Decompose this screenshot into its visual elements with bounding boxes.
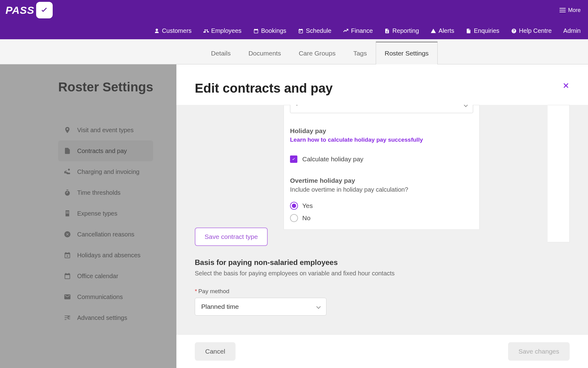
basis-section: Basis for paying non-salaried employees … (195, 258, 395, 316)
holiday-pay-link[interactable]: Learn how to calculate holiday pay succe… (290, 136, 473, 143)
calculate-holiday-pay-checkbox[interactable] (290, 155, 297, 163)
modal-title: Edit contracts and pay (195, 81, 333, 96)
modal-footer: Cancel Save changes (176, 334, 588, 368)
holiday-pay-heading: Holiday pay (290, 127, 473, 135)
nav-reporting[interactable]: Reporting (384, 27, 419, 34)
tab-care-groups[interactable]: Care Groups (290, 42, 344, 64)
edit-contracts-modal: Edit contracts and pay - Holiday pay Lea… (176, 64, 588, 368)
question-circle-icon (511, 28, 517, 34)
nav-label: Customers (162, 27, 192, 34)
app-logo: PASS (6, 2, 53, 18)
tab-documents[interactable]: Documents (239, 42, 290, 64)
calculate-holiday-pay-row[interactable]: Calculate holiday pay (290, 155, 473, 163)
nav-finance[interactable]: Finance (343, 27, 373, 34)
logo-text: PASS (6, 4, 34, 16)
check-icon (291, 157, 296, 162)
primary-nav: Customers Employees Bookings Schedule Fi… (0, 27, 588, 39)
required-asterisk: * (195, 288, 197, 294)
nav-admin[interactable]: Admin (563, 27, 581, 34)
radio-label: No (302, 214, 311, 222)
user-icon (154, 28, 160, 34)
tab-label: Care Groups (299, 50, 335, 57)
close-button[interactable] (562, 81, 570, 91)
file-icon (466, 28, 471, 34)
nav-alerts[interactable]: Alerts (431, 27, 454, 34)
overtime-desc: Include overtime in holiday pay calculat… (290, 186, 473, 193)
nav-schedule[interactable]: Schedule (298, 27, 331, 34)
chart-line-icon (343, 28, 349, 34)
chevron-down-icon (316, 305, 321, 309)
tab-label: Documents (248, 50, 281, 57)
basis-title: Basis for paying non-salaried employees (195, 258, 395, 267)
save-changes-button: Save changes (508, 342, 570, 361)
nav-enquiries[interactable]: Enquiries (466, 27, 499, 34)
top-select[interactable]: - (290, 105, 473, 113)
chevron-down-icon (464, 105, 468, 107)
nav-label: Bookings (261, 27, 286, 34)
users-icon (203, 28, 209, 34)
document-icon (384, 28, 390, 34)
cancel-button[interactable]: Cancel (195, 342, 236, 361)
button-label: Save changes (518, 348, 559, 355)
nav-label: Alerts (439, 27, 454, 34)
button-label: Cancel (205, 348, 225, 355)
select-value: - (296, 105, 298, 109)
nav-label: Reporting (392, 27, 419, 34)
tab-details[interactable]: Details (202, 42, 239, 64)
nav-label: Admin (563, 27, 581, 34)
more-menu-button[interactable]: More (560, 7, 581, 13)
nav-bookings[interactable]: Bookings (253, 27, 286, 34)
overtime-heading: Overtime holiday pay (290, 177, 473, 184)
tab-label: Details (211, 50, 231, 57)
nav-label: Employees (211, 27, 242, 34)
nav-customers[interactable]: Customers (154, 27, 192, 34)
hamburger-icon (560, 8, 566, 12)
nav-employees[interactable]: Employees (203, 27, 242, 34)
tab-roster-settings[interactable]: Roster Settings (376, 42, 438, 64)
save-contract-type-button[interactable]: Save contract type (195, 228, 268, 246)
pay-method-select[interactable]: Planned time (195, 298, 326, 316)
calendar-icon (253, 28, 259, 34)
radio-button[interactable] (290, 202, 298, 210)
sub-tabs: Details Documents Care Groups Tags Roste… (0, 39, 588, 64)
nav-label: Schedule (306, 27, 331, 34)
warning-icon (431, 28, 436, 34)
nav-label: Finance (351, 27, 373, 34)
pay-method-label: *Pay method (195, 288, 395, 295)
radio-button[interactable] (290, 214, 298, 222)
more-label: More (568, 7, 581, 13)
nav-label: Enquiries (474, 27, 499, 34)
tab-label: Tags (353, 50, 367, 57)
select-value: Planned time (201, 303, 239, 310)
nav-label: Help Centre (519, 27, 552, 34)
overtime-radio-no[interactable]: No (290, 214, 473, 222)
schedule-icon (298, 28, 303, 34)
tab-tags[interactable]: Tags (345, 42, 376, 64)
app-header: PASS More Customers Employees Bookings S… (0, 0, 588, 39)
panel-right-strip (548, 105, 570, 242)
button-label: Save contract type (205, 233, 258, 240)
basis-desc: Select the basis for paying employees on… (195, 270, 395, 277)
tab-label: Roster Settings (385, 50, 429, 57)
logo-check-icon (36, 2, 53, 18)
close-icon (562, 82, 570, 89)
nav-help-centre[interactable]: Help Centre (511, 27, 552, 34)
field-label-text: Pay method (198, 288, 229, 294)
checkbox-label: Calculate holiday pay (302, 155, 364, 163)
radio-label: Yes (302, 202, 313, 209)
overtime-radio-group: Yes No (290, 202, 473, 222)
settings-panel: - Holiday pay Learn how to calculate hol… (284, 105, 480, 230)
overtime-radio-yes[interactable]: Yes (290, 202, 473, 210)
